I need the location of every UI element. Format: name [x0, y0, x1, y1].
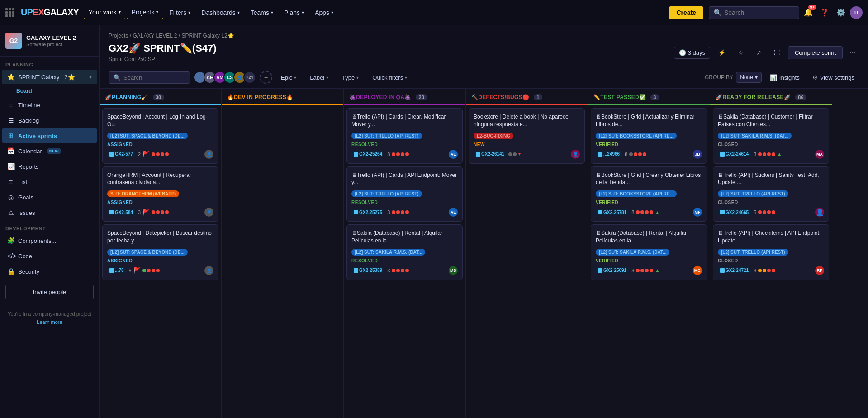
nav-item-your-work[interactable]: Your work ▾ [84, 6, 125, 19]
complete-sprint-button[interactable]: Complete sprint [788, 46, 843, 59]
card-dots [392, 152, 409, 156]
grid-icon[interactable] [5, 8, 14, 17]
sidebar-item-security[interactable]: 🔒 Security [2, 264, 97, 279]
card-id: GX2-577 [107, 151, 135, 157]
card-dots [152, 152, 169, 156]
sidebar-item-components[interactable]: 🧩 Components... [2, 233, 97, 248]
priority-dot [405, 210, 409, 214]
card-footer: GX2-577 2 🚩 👤 [107, 150, 213, 159]
group-by-text: GROUP BY [705, 74, 733, 81]
card[interactable]: 🖥Sakila (Database) | Customer | Filtrar … [713, 108, 829, 164]
chevron-icon: ▾ [331, 10, 333, 15]
sidebar-item-code[interactable]: </> Code [2, 249, 97, 263]
sidebar-item-issues[interactable]: ⚠ Issues [2, 205, 97, 220]
code-label: Code [18, 253, 32, 260]
quick-filters[interactable]: Quick filters ▾ [367, 71, 412, 84]
add-member-button[interactable]: + [260, 71, 272, 84]
nav-item-projects[interactable]: Projects ▾ [127, 6, 163, 19]
card[interactable]: Bookstore | Delete a book | No aparece n… [469, 108, 585, 164]
nav-item-plans[interactable]: Plans ▾ [280, 6, 308, 19]
column-dev: 🔥DEV IN PROGRESS🔥 [222, 89, 344, 418]
sidebar-item-backlog[interactable]: ☰ Backlog [2, 113, 97, 128]
priority-dot [650, 269, 653, 272]
card-footer: GX2-25781 8 ▲ MF [596, 208, 702, 217]
card-id-icon [598, 210, 602, 214]
issues-icon: ⚠ [7, 209, 14, 216]
invite-people-button[interactable]: Invite people [5, 285, 94, 299]
card-dots [152, 210, 169, 214]
planning-section-label: PLANNING [0, 57, 99, 69]
sprint-title: GX2🚀 SPRINT✏️(S47) [109, 43, 217, 54]
board-search[interactable]: 🔍 [109, 71, 190, 84]
breadcrumb-galaxy[interactable]: GALAXY LEVEL 2 [133, 33, 177, 39]
type-filter[interactable]: Type ▾ [337, 71, 364, 84]
more-options-button[interactable]: ··· [846, 46, 859, 59]
nav-item-teams[interactable]: Teams ▾ [246, 6, 278, 19]
card[interactable]: 🖥Trello (API) | Checkitems | API Endpoin… [713, 224, 829, 280]
chevron-icon: ▾ [156, 10, 158, 14]
sidebar-item-active-sprints[interactable]: ⊞ Active sprints [2, 128, 97, 143]
nav-item-apps[interactable]: Apps ▾ [310, 6, 338, 19]
card[interactable]: SpaceBeyond | Account | Log-In and Log-O… [102, 108, 218, 164]
search-icon: 🔍 [714, 9, 721, 16]
sidebar-item-reports[interactable]: 📈 Reports [2, 159, 97, 174]
card-label: [L2] SUT: TRELLO (API REST) [351, 190, 422, 197]
sidebar-item-calendar[interactable]: 📅 Calendar NEW [2, 144, 97, 158]
card-title: SpaceBeyond | Datepicker | Buscar destin… [107, 229, 213, 245]
card-avatar: MA [815, 150, 824, 159]
learn-more-link[interactable]: Learn more [37, 319, 62, 325]
card-num: 3 [387, 209, 390, 215]
priority-dot [401, 210, 404, 214]
card[interactable]: 🖥Trello (API) | Cards | API Endpoint: Mo… [346, 166, 463, 222]
group-by-select[interactable]: None ▾ [736, 72, 762, 83]
share-button[interactable]: ↗ [752, 47, 766, 58]
user-avatar[interactable]: U [850, 6, 863, 19]
global-search[interactable]: 🔍 Search [709, 6, 799, 19]
card[interactable]: 🖥BookStore | Grid | Crear y Obtener Libr… [591, 166, 707, 222]
nav-item-filters[interactable]: Filters ▾ [165, 6, 195, 19]
label-filter[interactable]: Label ▾ [305, 71, 333, 84]
card[interactable]: OrangeHRM | Account | Recuperar contrase… [102, 166, 218, 222]
card-title: 🖥Trello (API) | Cards | API Endpoint: Mo… [351, 171, 458, 187]
sidebar-item-goals[interactable]: ◎ Goals [2, 190, 97, 204]
card[interactable]: SpaceBeyond | Datepicker | Buscar destin… [102, 224, 218, 280]
card[interactable]: 🖥Trello (API) | Cards | Crear, Modificar… [346, 108, 463, 164]
card[interactable]: 🖥Sakila (Database) | Rental | Alquilar P… [591, 224, 707, 280]
nav-item-dashboards[interactable]: Dashboards ▾ [197, 6, 244, 19]
card-footer: ...78 5 🚩 👤 [107, 266, 213, 275]
card[interactable]: 🖥Trello (API) | Stickers | Sanity Test: … [713, 166, 829, 222]
epic-filter[interactable]: Epic ▾ [276, 71, 301, 84]
card-status: VERIFIED [596, 142, 702, 147]
issues-label: Issues [18, 209, 35, 216]
view-settings-label: View settings [820, 74, 854, 81]
expand-button[interactable]: ⛶ [769, 47, 784, 58]
notifications-button[interactable]: 🔔 9+ [801, 5, 816, 20]
sidebar-item-sprint[interactable]: ⭐ SPRINT Galaxy L2⭐ ▾ [2, 70, 97, 84]
create-button[interactable]: Create [669, 6, 703, 19]
card[interactable]: 🖥Sakila (Database) | Rental | Alquilar P… [346, 224, 463, 280]
lightning-button[interactable]: ⚡ [714, 47, 730, 58]
sidebar-item-board[interactable]: Board [2, 85, 97, 97]
column-cards-test: 🖥BookStore | Grid | Actualizar y Elimina… [588, 105, 710, 418]
breadcrumb-projects[interactable]: Projects [109, 33, 128, 39]
search-input[interactable] [123, 74, 185, 81]
card-label: [L2] SUT: SPACE & BEYOND (DE... [107, 133, 188, 139]
sidebar-project[interactable]: G2 GALAXY LEVEL 2 Software project [0, 25, 99, 57]
insights-button[interactable]: 📊 Insights [765, 72, 804, 83]
card-dots [636, 210, 653, 214]
col-count-release: 86 [795, 94, 806, 100]
sidebar-item-list[interactable]: ≡ List [2, 175, 97, 189]
priority-dot [767, 210, 771, 214]
card-avatar: AE [449, 150, 458, 159]
card[interactable]: 🖥BookStore | Grid | Actualizar y Elimina… [591, 108, 707, 164]
card-dots [629, 152, 646, 156]
settings-button[interactable]: ⚙️ [834, 5, 848, 20]
app-logo[interactable]: UPEXGALAXY [21, 7, 79, 18]
card-num: 3 [631, 268, 634, 273]
breadcrumb-sprint[interactable]: SPRINT Galaxy L2⭐ [181, 33, 234, 39]
sidebar-item-timeline[interactable]: ≡ Timeline [2, 98, 97, 112]
help-button[interactable]: ❓ [817, 5, 832, 20]
view-settings-button[interactable]: ⚙ View settings [808, 72, 859, 83]
star-button[interactable]: ☆ [734, 47, 748, 58]
avatar-extra-count[interactable]: +24 [243, 71, 256, 84]
